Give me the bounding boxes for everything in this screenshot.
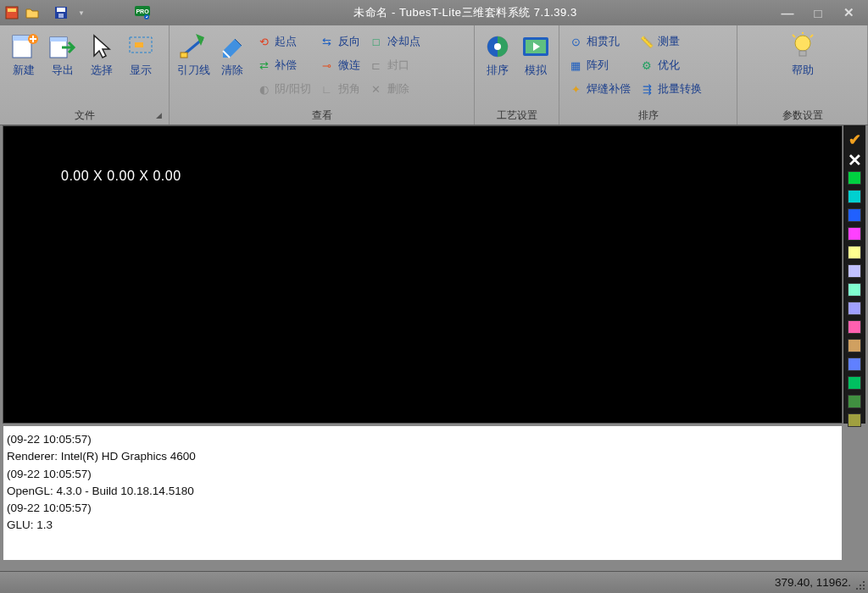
yinyang-button[interactable]: ◐阴/阳切 (253, 80, 314, 98)
color-swatch[interactable] (848, 171, 861, 185)
color-swatch[interactable] (848, 208, 861, 222)
group-file: 新建 导出 选择 显示 文件◢ (0, 25, 170, 125)
confirm-icon[interactable]: ✔ (849, 130, 861, 149)
save-icon[interactable] (53, 4, 70, 21)
simulate-button[interactable]: 模拟 (518, 30, 554, 80)
array-button[interactable]: ▦阵列 (565, 56, 634, 75)
svg-point-17 (494, 43, 501, 50)
svg-rect-4 (58, 14, 64, 18)
status-bar: 379.40, 11962. (0, 571, 868, 593)
display-label: 显示 (130, 63, 152, 78)
log-line: (09-22 10:05:57) (7, 500, 838, 517)
redo-icon[interactable] (114, 4, 131, 21)
group-params: 帮助 参数设置 (737, 25, 868, 125)
group-params-label: 参数设置 (782, 109, 823, 121)
new-button[interactable]: 新建 (5, 30, 42, 80)
export-icon (48, 32, 77, 61)
svg-rect-21 (799, 51, 806, 56)
open-icon[interactable] (24, 4, 41, 21)
color-swatch[interactable] (848, 246, 861, 259)
color-swatch[interactable] (848, 190, 861, 203)
cursor-icon (87, 32, 116, 61)
color-swatch[interactable] (848, 320, 861, 334)
color-swatch[interactable] (848, 302, 861, 315)
compensate-button[interactable]: ⇄补偿 (253, 56, 314, 75)
sort-icon (483, 32, 512, 61)
help-button[interactable]: 帮助 (779, 30, 826, 80)
color-swatch[interactable] (848, 357, 861, 371)
coldpoint-button[interactable]: □冷却点 (365, 32, 424, 51)
close-button[interactable]: ✕ (841, 5, 856, 20)
display-icon (126, 32, 155, 61)
delete-icon: ✕ (369, 82, 384, 96)
color-swatch[interactable] (848, 376, 861, 390)
export-button[interactable]: 导出 (44, 30, 81, 80)
dialog-launcher-icon[interactable]: ◢ (156, 108, 162, 123)
svg-rect-3 (57, 8, 65, 12)
new-file-icon (9, 32, 38, 61)
pierce-icon: ⊙ (568, 35, 583, 48)
start-button[interactable]: ⟲起点 (253, 32, 314, 51)
color-swatch[interactable] (848, 413, 861, 427)
log-line: (09-22 10:05:57) (7, 466, 838, 483)
color-swatch[interactable] (848, 283, 861, 296)
ruler-icon: 📏 (639, 35, 654, 48)
measure-button[interactable]: 📏测量 (636, 32, 705, 51)
maximize-button[interactable]: □ (810, 5, 826, 20)
svg-rect-1 (8, 8, 16, 12)
select-button[interactable]: 选择 (83, 30, 120, 80)
bulb-icon (788, 32, 817, 61)
viewport-coords: 0.00 X 0.00 X 0.00 (61, 169, 181, 184)
save-dropdown-icon[interactable]: ▼ (73, 4, 90, 21)
yinyang-icon: ◐ (256, 82, 271, 96)
export-label: 导出 (52, 63, 74, 78)
log-panel[interactable]: (09-22 10:05:57)Renderer: Intel(R) HD Gr… (3, 425, 843, 561)
batch-icon: ⇶ (639, 82, 654, 96)
simulate-icon (521, 32, 550, 61)
select-label: 选择 (91, 63, 113, 78)
clear-button[interactable]: 清除 (214, 30, 251, 80)
log-line: OpenGL: 4.3.0 - Build 10.18.14.5180 (7, 483, 838, 500)
svg-text:PRO: PRO (136, 8, 149, 14)
viewport-3d[interactable]: 0.00 X 0.00 X 0.00 (3, 125, 843, 424)
color-swatch[interactable] (848, 395, 861, 408)
app-icon[interactable] (3, 4, 20, 21)
color-swatch[interactable] (848, 227, 861, 241)
reverse-button[interactable]: ⇆反向 (316, 32, 364, 51)
array-icon: ▦ (568, 58, 583, 72)
help-label: 帮助 (792, 63, 814, 78)
clear-label: 清除 (221, 63, 243, 78)
svg-rect-15 (181, 53, 187, 58)
delete-button[interactable]: ✕删除 (365, 80, 424, 98)
batchconv-button[interactable]: ⇶批量转换 (636, 80, 705, 98)
start-icon: ⟲ (256, 35, 271, 48)
log-line: Renderer: Intel(R) HD Graphics 4600 (7, 448, 838, 465)
compensate-icon: ⇄ (256, 58, 271, 72)
weldcomp-button[interactable]: ✦焊缝补偿 (565, 80, 634, 98)
corner-button[interactable]: ∟拐角 (316, 80, 364, 98)
cancel-icon[interactable]: ✕ (848, 154, 862, 166)
leadline-button[interactable]: 引刀线 (175, 30, 212, 80)
color-palette: ✔ ✕ (843, 125, 865, 424)
microjoint-button[interactable]: ⊸微连 (316, 56, 364, 75)
pro-badge-icon[interactable]: PRO (134, 4, 151, 21)
minimize-button[interactable]: — (780, 5, 795, 20)
seal-button[interactable]: ⊏封口 (365, 56, 424, 75)
color-swatch[interactable] (848, 339, 861, 352)
resize-grip-icon[interactable] (854, 579, 866, 591)
simulate-label: 模拟 (525, 63, 547, 78)
group-view: 引刀线 清除 ⟲起点 ⇄补偿 ◐阴/阳切 ⇆反向 ⊸微连 ∟拐角 □冷却点 ⊏封… (170, 25, 475, 125)
sort-button[interactable]: 排序 (480, 30, 516, 80)
display-button[interactable]: 显示 (122, 30, 159, 80)
group-sort-label: 排序 (638, 109, 659, 121)
group-process-label: 工艺设置 (497, 109, 537, 121)
window-title: 未命名 - TubesT-Lite三维套料系统 7.1.39.3 (151, 5, 780, 20)
group-sort: ⊙相贯孔 ▦阵列 ✦焊缝补偿 📏测量 ⚙优化 ⇶批量转换 排序 (559, 25, 737, 125)
undo-icon[interactable] (93, 4, 110, 21)
pierce-button[interactable]: ⊙相贯孔 (565, 32, 634, 51)
status-coords: 379.40, 11962. (775, 576, 851, 589)
optimize-icon: ⚙ (639, 58, 654, 72)
optimize-button[interactable]: ⚙优化 (636, 56, 705, 75)
color-swatch[interactable] (848, 264, 861, 278)
svg-rect-12 (50, 37, 67, 42)
